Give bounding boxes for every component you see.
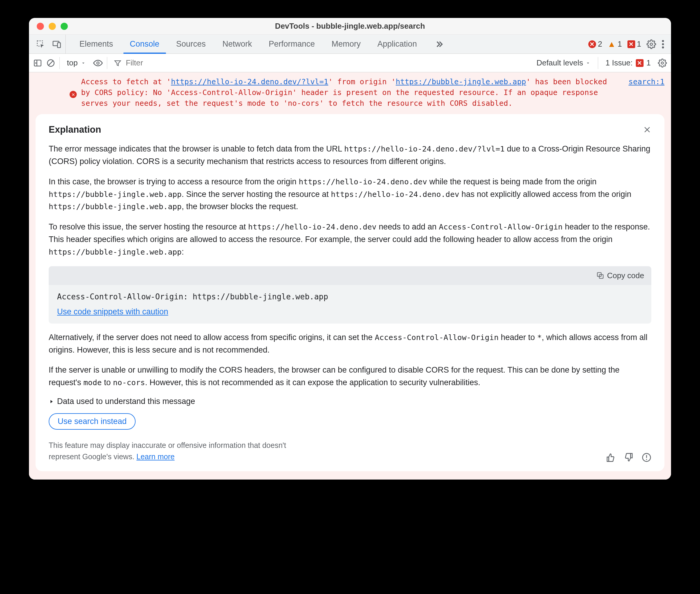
copy-code-label: Copy code <box>607 271 644 280</box>
issue-icon: ✕ <box>627 40 635 48</box>
clear-console-icon[interactable] <box>46 59 55 68</box>
thumbs-down-icon[interactable] <box>624 453 633 462</box>
window-title: DevTools - bubble-jingle.web.app/search <box>29 22 671 31</box>
filter-icon <box>114 59 121 67</box>
tab-elements[interactable]: Elements <box>71 35 121 54</box>
learn-more-link[interactable]: Learn more <box>137 452 175 461</box>
caution-link[interactable]: Use code snippets with caution <box>49 304 651 324</box>
error-count-value: 2 <box>598 39 602 49</box>
issues-link[interactable]: 1 Issue: ✕ 1 <box>605 58 651 68</box>
svg-line-10 <box>49 61 53 65</box>
context-label: top <box>67 58 78 68</box>
chevron-down-icon <box>81 60 86 66</box>
code-block: Copy code Access-Control-Allow-Origin: h… <box>49 266 651 324</box>
svg-point-3 <box>650 43 653 45</box>
explanation-p5: If the server is unable or unwilling to … <box>49 364 651 389</box>
main-tabbar: Elements Console Sources Network Perform… <box>29 35 671 54</box>
more-menu-icon[interactable] <box>662 39 664 49</box>
svg-point-6 <box>662 46 664 48</box>
disclosure-label: Data used to understand this message <box>57 397 195 406</box>
explanation-p1: The error message indicates that the bro… <box>49 143 651 168</box>
console-settings-icon[interactable] <box>658 59 667 68</box>
error-url-1[interactable]: https://hello-io-24.deno.dev/?lvl=1 <box>171 77 328 86</box>
svg-point-4 <box>662 40 664 42</box>
svg-point-12 <box>661 62 664 64</box>
explanation-p2: In this case, the browser is trying to a… <box>49 176 651 213</box>
report-icon[interactable] <box>642 453 651 462</box>
context-selector[interactable]: top <box>64 58 89 68</box>
error-source-link[interactable]: search:1 <box>620 76 664 87</box>
tab-network[interactable]: Network <box>214 35 260 54</box>
chevron-down-icon <box>585 60 591 66</box>
minimize-window-button[interactable] <box>49 23 56 30</box>
tab-console[interactable]: Console <box>121 35 168 54</box>
svg-point-19 <box>646 459 647 460</box>
error-url-2[interactable]: https://bubble-jingle.web.app <box>396 77 526 86</box>
error-icon: ✕ <box>588 40 596 48</box>
live-expression-icon[interactable] <box>93 58 103 68</box>
issues-count[interactable]: ✕ 1 <box>627 39 641 49</box>
levels-label: Default levels <box>536 58 583 68</box>
log-levels-selector[interactable]: Default levels <box>536 58 591 68</box>
maximize-window-button[interactable] <box>61 23 68 30</box>
tab-memory[interactable]: Memory <box>323 35 369 54</box>
error-count[interactable]: ✕ 2 <box>588 39 602 49</box>
code-content: Access-Control-Allow-Origin: https://bub… <box>49 285 651 304</box>
warning-count-value: 1 <box>618 39 622 49</box>
thumbs-up-icon[interactable] <box>606 453 616 462</box>
titlebar: DevTools - bubble-jingle.web.app/search <box>29 18 671 35</box>
inspect-element-icon[interactable] <box>36 40 45 49</box>
settings-icon[interactable] <box>646 39 656 49</box>
copy-code-button[interactable]: Copy code <box>596 271 644 280</box>
svg-rect-7 <box>34 60 41 66</box>
copy-icon <box>596 272 604 279</box>
use-search-instead-button[interactable]: Use search instead <box>49 413 136 430</box>
more-tabs-button[interactable] <box>425 35 452 54</box>
panel-tabs: Elements Console Sources Network Perform… <box>66 35 452 54</box>
issues-value: 1 <box>646 58 651 68</box>
tab-sources[interactable]: Sources <box>168 35 214 54</box>
warning-count[interactable]: ▲ 1 <box>607 39 622 49</box>
explanation-p3: To resolve this issue, the server hostin… <box>49 221 651 259</box>
issues-label: 1 Issue: <box>605 58 632 68</box>
console-toolbar: top Default levels 1 Issue: ✕ 1 <box>29 54 671 72</box>
explanation-p4: Alternatively, if the server does not ne… <box>49 331 651 357</box>
tab-performance[interactable]: Performance <box>260 35 323 54</box>
console-body: ✕ Access to fetch at 'https://hello-io-2… <box>29 72 671 480</box>
explanation-panel: Explanation The error message indicates … <box>36 114 664 471</box>
svg-rect-2 <box>58 43 61 47</box>
svg-point-5 <box>662 43 664 45</box>
devtools-window: DevTools - bubble-jingle.web.app/search … <box>29 18 671 480</box>
svg-point-11 <box>97 62 99 64</box>
filter-input[interactable] <box>125 58 167 68</box>
separator <box>107 57 107 69</box>
device-toolbar-icon[interactable] <box>52 40 61 49</box>
close-window-button[interactable] <box>37 23 44 30</box>
close-icon[interactable] <box>643 126 651 134</box>
disclaimer-text: This feature may display inaccurate or o… <box>49 440 317 462</box>
issue-icon: ✕ <box>636 59 643 67</box>
toggle-sidebar-icon[interactable] <box>33 59 42 68</box>
data-disclosure[interactable]: Data used to understand this message <box>49 397 651 406</box>
issues-count-value: 1 <box>637 39 641 49</box>
tab-application[interactable]: Application <box>369 35 425 54</box>
explanation-title: Explanation <box>49 124 101 135</box>
window-controls <box>29 23 68 30</box>
error-text: Access to fetch at 'https://hello-io-24.… <box>81 76 615 109</box>
error-icon: ✕ <box>34 78 77 110</box>
filter-field[interactable] <box>111 58 169 68</box>
triangle-right-icon <box>49 399 54 404</box>
warning-icon: ▲ <box>607 39 616 49</box>
console-error-row[interactable]: ✕ Access to fetch at 'https://hello-io-2… <box>29 72 671 114</box>
